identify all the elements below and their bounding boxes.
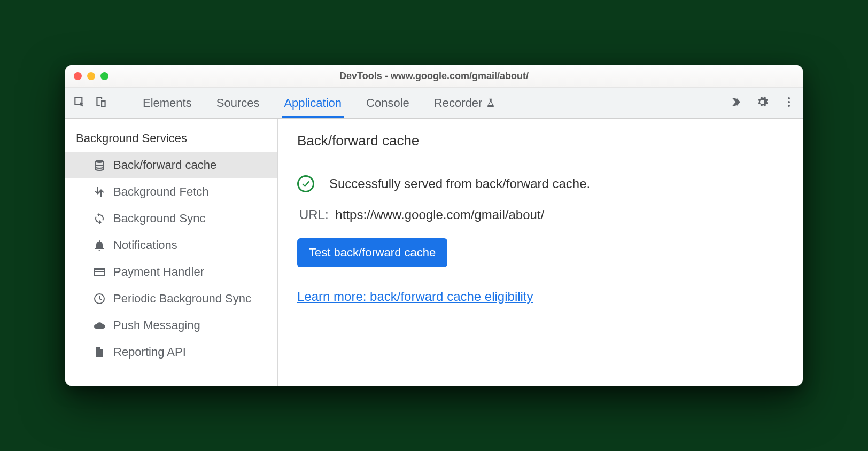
sidebar: Background Services Back/forward cache B… — [65, 119, 278, 386]
panel-tabs: Elements Sources Application Console Rec… — [137, 88, 501, 118]
flask-icon — [485, 98, 496, 108]
credit-card-icon — [93, 266, 106, 278]
url-label: URL: — [299, 207, 329, 222]
sidebar-item-push-messaging[interactable]: Push Messaging — [65, 312, 277, 339]
sidebar-item-label: Payment Handler — [113, 265, 204, 279]
bell-icon — [93, 239, 106, 252]
tab-application[interactable]: Application — [278, 88, 347, 118]
sidebar-item-label: Back/forward cache — [113, 158, 216, 172]
panel-body: Background Services Back/forward cache B… — [65, 119, 803, 386]
sync-icon — [93, 212, 106, 225]
learn-more-row: Learn more: back/forward cache eligibili… — [278, 278, 803, 315]
learn-more-link[interactable]: Learn more: back/forward cache eligibili… — [297, 289, 533, 304]
kebab-menu-icon[interactable] — [782, 96, 795, 111]
file-icon — [93, 346, 106, 359]
tab-elements[interactable]: Elements — [137, 88, 197, 118]
cloud-icon — [93, 319, 106, 332]
more-tabs-icon[interactable] — [730, 96, 742, 110]
toolbar-left-icons — [73, 95, 108, 111]
clock-icon — [93, 292, 106, 305]
sidebar-item-label: Periodic Background Sync — [113, 292, 251, 306]
devtools-window: DevTools - www.google.com/gmail/about/ E… — [65, 65, 803, 386]
tab-sources[interactable]: Sources — [211, 88, 265, 118]
sidebar-item-payment-handler[interactable]: Payment Handler — [65, 259, 277, 285]
sidebar-item-background-sync[interactable]: Background Sync — [65, 205, 277, 232]
sidebar-item-label: Push Messaging — [113, 318, 200, 332]
svg-point-1 — [788, 101, 790, 103]
tab-console[interactable]: Console — [361, 88, 415, 118]
svg-point-2 — [788, 105, 790, 107]
main-title: Back/forward cache — [278, 119, 803, 161]
fetch-icon — [93, 185, 106, 198]
toolbar: Elements Sources Application Console Rec… — [65, 88, 803, 119]
database-icon — [93, 159, 106, 172]
inspect-icon[interactable] — [73, 95, 87, 111]
divider — [118, 95, 118, 111]
toolbar-right — [730, 96, 795, 111]
status-row: Successfully served from back/forward ca… — [297, 175, 784, 192]
sidebar-item-bfcache[interactable]: Back/forward cache — [65, 152, 277, 178]
sidebar-item-periodic-background-sync[interactable]: Periodic Background Sync — [65, 285, 277, 312]
window-title: DevTools - www.google.com/gmail/about/ — [65, 71, 803, 82]
svg-point-0 — [788, 97, 790, 99]
tab-recorder[interactable]: Recorder — [429, 88, 501, 118]
success-check-icon — [297, 175, 314, 192]
close-window-button[interactable] — [74, 72, 82, 80]
sidebar-item-reporting-api[interactable]: Reporting API — [65, 339, 277, 366]
sidebar-item-label: Background Fetch — [113, 185, 209, 199]
sidebar-header: Background Services — [65, 126, 277, 152]
main-content: Successfully served from back/forward ca… — [278, 161, 803, 278]
device-toggle-icon[interactable] — [94, 95, 108, 111]
url-value: https://www.google.com/gmail/about/ — [335, 207, 544, 222]
sidebar-item-label: Notifications — [113, 238, 177, 252]
minimize-window-button[interactable] — [87, 72, 95, 80]
test-bfcache-button[interactable]: Test back/forward cache — [297, 238, 447, 267]
svg-point-3 — [95, 160, 104, 163]
status-message: Successfully served from back/forward ca… — [329, 176, 590, 191]
settings-icon[interactable] — [756, 96, 769, 111]
url-row: URL: https://www.google.com/gmail/about/ — [299, 207, 784, 222]
titlebar: DevTools - www.google.com/gmail/about/ — [65, 65, 803, 88]
main-panel: Back/forward cache Successfully served f… — [278, 119, 803, 386]
sidebar-item-label: Reporting API — [113, 345, 186, 359]
sidebar-item-label: Background Sync — [113, 212, 205, 226]
sidebar-item-notifications[interactable]: Notifications — [65, 232, 277, 259]
maximize-window-button[interactable] — [100, 72, 108, 80]
sidebar-item-background-fetch[interactable]: Background Fetch — [65, 178, 277, 205]
window-controls — [74, 72, 108, 80]
